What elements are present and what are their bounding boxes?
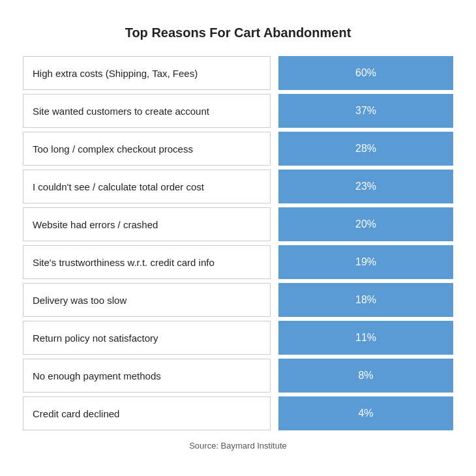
chart-row: Site wanted customers to create account3…	[23, 94, 453, 128]
row-bar: 28%	[278, 132, 453, 166]
row-bar: 23%	[278, 170, 453, 203]
row-label: Site's trustworthiness w.r.t. credit car…	[23, 245, 271, 279]
row-label: No enough payment methods	[23, 359, 271, 393]
chart-row: No enough payment methods8%	[23, 359, 453, 393]
row-label: I couldn't see / calculate total order c…	[23, 170, 271, 203]
chart-row: Website had errors / crashed20%	[23, 207, 453, 241]
chart-row: Credit card declined4%	[23, 396, 453, 430]
source-text: Source: Baymard Institute	[23, 441, 453, 451]
row-bar: 11%	[278, 321, 453, 355]
row-bar: 8%	[278, 359, 453, 393]
row-label: Site wanted customers to create account	[23, 94, 271, 128]
row-label: Too long / complex checkout process	[23, 132, 271, 166]
row-bar: 19%	[278, 245, 453, 279]
row-bar: 20%	[278, 207, 453, 241]
row-label: Website had errors / crashed	[23, 207, 271, 241]
chart-row: Return policy not satisfactory11%	[23, 321, 453, 355]
chart-title: Top Reasons For Cart Abandonment	[23, 25, 453, 40]
row-label: Credit card declined	[23, 396, 271, 430]
row-bar: 60%	[278, 56, 453, 90]
row-label: High extra costs (Shipping, Tax, Fees)	[23, 56, 271, 90]
chart-row: Site's trustworthiness w.r.t. credit car…	[23, 245, 453, 279]
chart-container: Top Reasons For Cart Abandonment High ex…	[16, 12, 460, 464]
row-bar: 37%	[278, 94, 453, 128]
chart-row: Too long / complex checkout process28%	[23, 132, 453, 166]
rows-container: High extra costs (Shipping, Tax, Fees)60…	[23, 56, 453, 430]
chart-row: Delivery was too slow18%	[23, 283, 453, 317]
row-label: Return policy not satisfactory	[23, 321, 271, 355]
chart-row: High extra costs (Shipping, Tax, Fees)60…	[23, 56, 453, 90]
row-bar: 4%	[278, 396, 453, 430]
row-label: Delivery was too slow	[23, 283, 271, 317]
row-bar: 18%	[278, 283, 453, 317]
chart-row: I couldn't see / calculate total order c…	[23, 170, 453, 203]
